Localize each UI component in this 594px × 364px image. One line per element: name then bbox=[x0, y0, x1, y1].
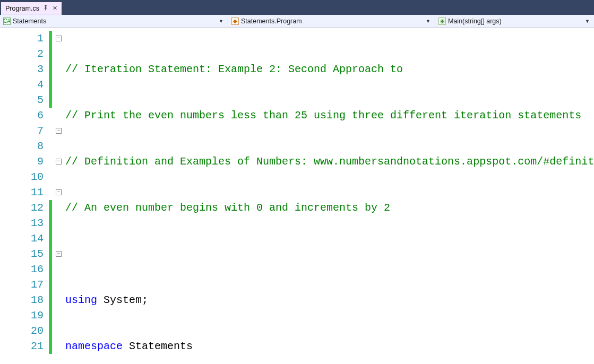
method-icon: ◉ bbox=[438, 18, 446, 25]
file-tab-program[interactable]: Program.cs ✕ bbox=[1, 2, 62, 15]
fold-toggle[interactable]: − bbox=[56, 128, 62, 134]
line-number: 21 bbox=[0, 339, 44, 354]
line-number: 13 bbox=[0, 215, 44, 231]
class-icon: ◆ bbox=[231, 18, 239, 25]
nav-namespace-label: Statements bbox=[13, 18, 46, 25]
chevron-down-icon[interactable]: ▼ bbox=[424, 19, 433, 24]
code-text: // Print the even numbers less than 25 u… bbox=[65, 109, 581, 122]
code-editor[interactable]: 1 2 3 4 5 6 7 8 9 10 11 12 13 14 15 16 1… bbox=[0, 28, 594, 364]
line-number: 18 bbox=[0, 292, 44, 308]
csharp-icon: C# bbox=[3, 18, 11, 25]
tab-label: Program.cs bbox=[5, 5, 39, 12]
nav-class-label: Statements.Program bbox=[241, 18, 302, 25]
line-number: 1 bbox=[0, 31, 44, 46]
line-number: 11 bbox=[0, 185, 44, 200]
code-text: namespace bbox=[65, 340, 123, 352]
chevron-down-icon[interactable]: ▼ bbox=[583, 19, 592, 24]
line-number: 12 bbox=[0, 200, 44, 215]
pin-icon[interactable] bbox=[42, 5, 49, 12]
line-number: 14 bbox=[0, 231, 44, 246]
line-number: 20 bbox=[0, 323, 44, 339]
tab-strip: Program.cs ✕ bbox=[0, 0, 594, 15]
line-number: 16 bbox=[0, 262, 44, 277]
code-text: System; bbox=[97, 294, 148, 306]
line-number: 5 bbox=[0, 92, 44, 108]
line-number: 4 bbox=[0, 77, 44, 92]
fold-toggle[interactable]: − bbox=[56, 189, 62, 195]
fold-column: − − − − − bbox=[52, 28, 65, 364]
line-number: 3 bbox=[0, 62, 44, 77]
line-number: 10 bbox=[0, 169, 44, 185]
line-number: 6 bbox=[0, 108, 44, 123]
line-number-gutter: 1 2 3 4 5 6 7 8 9 10 11 12 13 14 15 16 1… bbox=[0, 28, 49, 364]
code-text: Statements bbox=[123, 340, 193, 352]
fold-toggle[interactable]: − bbox=[56, 36, 62, 41]
close-icon[interactable]: ✕ bbox=[52, 5, 58, 12]
nav-bar: C# Statements ▼ ◆ Statements.Program ▼ ◉… bbox=[0, 15, 594, 28]
nav-member-dropdown[interactable]: ◉ Main(string[] args) ▼ bbox=[435, 15, 594, 27]
nav-namespace-dropdown[interactable]: C# Statements ▼ bbox=[0, 15, 228, 27]
line-number: 2 bbox=[0, 46, 44, 62]
line-number: 8 bbox=[0, 138, 44, 154]
fold-toggle[interactable]: − bbox=[56, 159, 62, 164]
fold-toggle[interactable]: − bbox=[56, 251, 62, 257]
line-number: 7 bbox=[0, 123, 44, 138]
code-text: // Definition and Examples of Numbers: w… bbox=[65, 155, 594, 168]
nav-class-dropdown[interactable]: ◆ Statements.Program ▼ bbox=[228, 15, 435, 27]
nav-member-label: Main(string[] args) bbox=[448, 18, 502, 25]
code-text: // Iteration Statement: Example 2: Secon… bbox=[65, 63, 403, 75]
code-text: // An even number begins with 0 and incr… bbox=[65, 202, 390, 214]
chevron-down-icon[interactable]: ▼ bbox=[217, 19, 226, 24]
code-content[interactable]: // Iteration Statement: Example 2: Secon… bbox=[65, 28, 594, 364]
line-number: 15 bbox=[0, 246, 44, 262]
code-text: using bbox=[65, 294, 97, 306]
line-number: 17 bbox=[0, 277, 44, 292]
line-number: 19 bbox=[0, 308, 44, 323]
line-number: 9 bbox=[0, 154, 44, 169]
